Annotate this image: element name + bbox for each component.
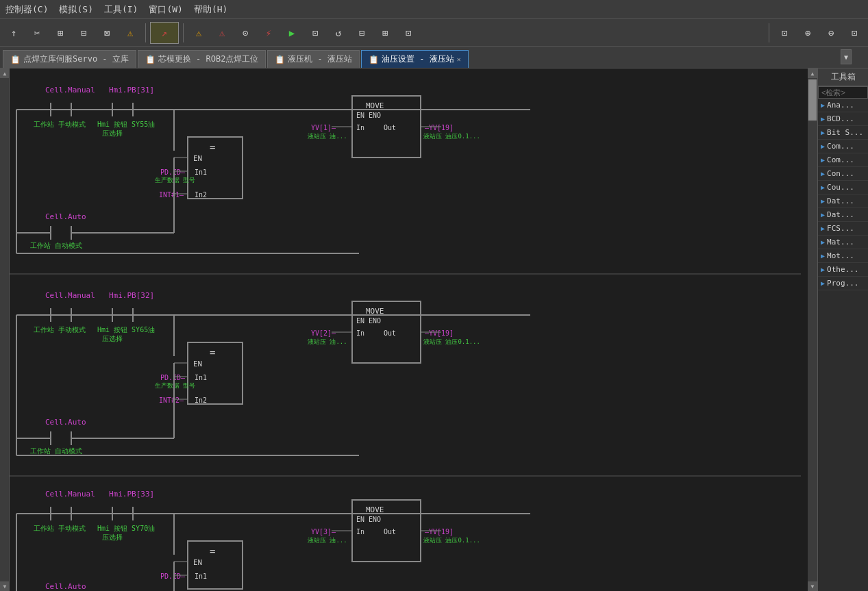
toolbox-arrow-mat: ▶ (821, 238, 825, 246)
menu-window[interactable]: 窗口(W) (149, 3, 182, 16)
toolbox-search[interactable] (818, 86, 868, 99)
n3-yv3-label: YV[3]— (311, 528, 336, 536)
toolbox-arrow-dat1: ▶ (821, 197, 825, 205)
diagram-area: ▲ ▼ Cell.Manual (10, 68, 817, 591)
n2-eq-en: EN (193, 360, 202, 368)
toolbox-item-mat[interactable]: ▶ Mat... (818, 236, 868, 249)
n3-yv19-label: —YV[19] (425, 528, 454, 536)
right-scrollbar[interactable]: ▲ ▼ (808, 68, 817, 591)
n2-move-en: EN ENO (356, 317, 381, 325)
toolbox-item-ana[interactable]: ▶ Ana... (818, 99, 868, 112)
tab-servo[interactable]: 📋 点焊立库伺服Servo - 立库 (3, 50, 136, 68)
tab-xinmo[interactable]: 📋 芯模更换 - ROB2点焊工位 (138, 50, 266, 68)
toolbar-btn-zoom-in[interactable]: ⊕ (797, 22, 819, 44)
n3-manual-label: Cell.Manual (45, 490, 95, 499)
n3-move-en: EN ENO (356, 516, 381, 523)
scroll-down-btn[interactable]: ▼ (0, 581, 10, 591)
menu-simulate[interactable]: 模拟(S) (59, 3, 92, 16)
n1-manual-label: Cell.Manual (45, 86, 95, 95)
toolbox-label-com1: Com... (827, 142, 865, 151)
toolbar-btn-extra[interactable]: ⊡ (397, 22, 419, 44)
tab-hydraulic[interactable]: 📋 液压机 - 液压站 (267, 50, 360, 68)
toolbox-item-bcd[interactable]: ▶ BCD... (818, 112, 868, 126)
toolbar-btn-zoom-fit[interactable]: ⊡ (843, 22, 865, 44)
toolbar-btn-copy[interactable]: ⊡ (304, 22, 326, 44)
n1-yv1-label: YV[1]— (311, 124, 336, 131)
n2-pd-id: PD.ID— (160, 374, 186, 381)
toolbox-label-dat1: Dat... (827, 197, 865, 205)
toolbox-item-dat1[interactable]: ▶ Dat... (818, 194, 868, 208)
scroll-up-right[interactable]: ▲ (808, 68, 817, 78)
n2-yv2-label: YV[2]— (311, 329, 336, 337)
n1-yv1-desc: 液站压 油... (308, 133, 347, 140)
toolbar-btn-4[interactable]: ⊠ (96, 22, 118, 44)
n3-hmi33-label: Hmi.PB[33] (109, 490, 154, 499)
n2-manual-desc: 工作站 手动模式 (34, 326, 86, 334)
toolbar-btn-0[interactable]: ↑ (3, 22, 25, 44)
menubar: 控制器(C) 模拟(S) 工具(I) 窗口(W) 帮助(H) (0, 0, 868, 19)
toolbar-btn-zoom-out[interactable]: ⊖ (820, 22, 842, 44)
toolbox-arrow-com2: ▶ (821, 156, 825, 164)
tab-scroll-down[interactable]: ▼ (841, 49, 852, 64)
toolbox-arrow-cou: ▶ (821, 184, 825, 191)
toolbox-label-mot: Mot... (827, 251, 865, 260)
toolbox-label-con1: Con... (827, 169, 865, 178)
toolbox-item-com1[interactable]: ▶ Com... (818, 140, 868, 153)
toolbar-btn-grid[interactable]: ⊞ (374, 22, 396, 44)
toolbar-btn-frame[interactable]: ⊡ (773, 22, 795, 44)
toolbox-item-fcs[interactable]: ▶ FCS... (818, 222, 868, 236)
n2-in1: In1 (195, 374, 207, 381)
n2-hmi32-label: Hmi.PB[32] (109, 291, 154, 300)
toolbox-label-ana: Ana... (827, 101, 865, 110)
ladder-diagram: Cell.Manual 工作站 手动模式 Hmi.PB[31] Hmi 按钮 S… (10, 68, 801, 591)
toolbox-arrow-con1: ▶ (821, 170, 825, 177)
n1-hmi31-desc2: 压选择 (102, 129, 123, 137)
n2-yv2-desc: 液站压 油... (308, 338, 347, 345)
toolbox-item-othe[interactable]: ▶ Othe... (818, 263, 868, 277)
toolbar-btn-warn2[interactable]: ⚠ (211, 22, 233, 44)
toolbox-item-cou[interactable]: ▶ Cou... (818, 181, 868, 194)
toolbar-btn-2[interactable]: ⊞ (49, 22, 71, 44)
n3-pd-id: PD.ID— (160, 573, 186, 580)
toolbar-btn-1[interactable]: ✂ (26, 22, 48, 44)
toolbar-btn-refresh[interactable]: ↺ (327, 22, 349, 44)
n2-move-out: Out (384, 329, 396, 337)
toolbox-arrow-com1: ▶ (821, 142, 825, 150)
n2-manual-label: Cell.Manual (45, 291, 95, 300)
toolbar-btn-3[interactable]: ⊟ (73, 22, 95, 44)
toolbar-btn-5[interactable]: ⚠ (119, 22, 141, 44)
tab-close-btn[interactable]: ✕ (457, 55, 461, 63)
toolbox-arrow-bcd: ▶ (821, 115, 825, 123)
tab-servo-label: 点焊立库伺服Servo - 立库 (23, 53, 129, 65)
toolbox-label-mat: Mat... (827, 238, 865, 247)
n3-in1: In1 (195, 573, 207, 580)
n3-manual-desc: 工作站 手动模式 (34, 525, 86, 532)
n1-int1: INT#1— (159, 191, 184, 199)
toolbox-item-dat2[interactable]: ▶ Dat... (818, 208, 868, 222)
tab-oil-setting[interactable]: 📋 油压设置 - 液压站 ✕ (361, 50, 469, 68)
n3-move-title: MOVE (366, 505, 384, 514)
n2-eq-sign: = (210, 347, 215, 358)
toolbar-btn-monitor[interactable]: ⊟ (351, 22, 373, 44)
scroll-down-right[interactable]: ▼ (808, 581, 817, 591)
n2-auto-desc: 工作站 自动模式 (30, 447, 82, 455)
toolbar-btn-circle[interactable]: ⊙ (234, 22, 256, 44)
scroll-up-btn[interactable]: ▲ (0, 68, 10, 78)
toolbar-btn-warn[interactable]: ⚠ (188, 22, 210, 44)
toolbar-btn-play[interactable]: ▶ (281, 22, 303, 44)
n3-auto-label: Cell.Auto (45, 582, 86, 591)
diagram-content: Cell.Manual 工作站 手动模式 Hmi.PB[31] Hmi 按钮 S… (10, 68, 808, 591)
toolbox-arrow-ana: ▶ (821, 101, 825, 109)
scroll-thumb[interactable] (808, 79, 817, 121)
toolbox-item-prog[interactable]: ▶ Prog... (818, 277, 868, 290)
toolbox-item-mot[interactable]: ▶ Mot... (818, 249, 868, 263)
menu-tools[interactable]: 工具(I) (104, 3, 138, 16)
menu-help[interactable]: 帮助(H) (194, 3, 227, 16)
left-scrollbar[interactable]: ▲ ▼ (0, 68, 10, 591)
toolbar-btn-active[interactable]: ↗ (153, 22, 175, 44)
menu-controller[interactable]: 控制器(C) (5, 3, 48, 16)
toolbar-btn-lightning[interactable]: ⚡ (258, 22, 280, 44)
toolbox-item-bits[interactable]: ▶ Bit S... (818, 126, 868, 140)
toolbox-item-con1[interactable]: ▶ Con... (818, 167, 868, 181)
toolbox-item-com2[interactable]: ▶ Com... (818, 153, 868, 167)
